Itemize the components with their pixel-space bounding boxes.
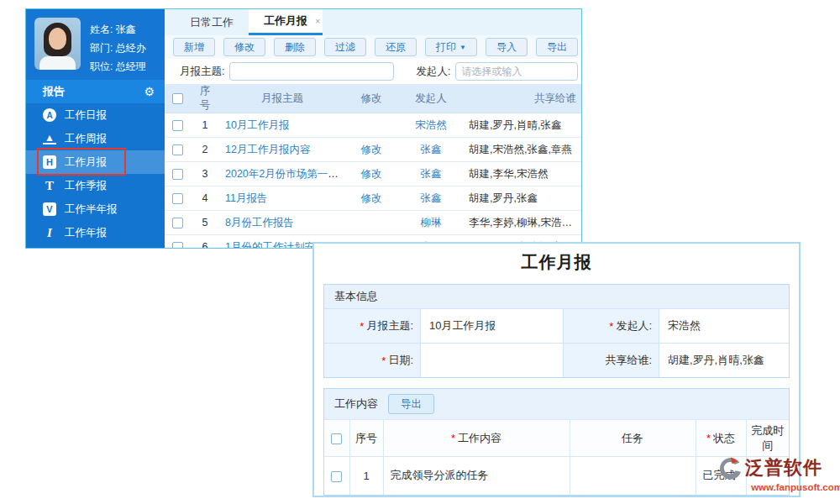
sidebar-header: 报告 ⚙ xyxy=(26,80,165,103)
edit-link[interactable]: 修改 xyxy=(361,192,382,204)
work-content-header-row: 序号*工作内容任务*状态完成时间 xyxy=(324,420,789,457)
删除-button[interactable]: 删除 xyxy=(274,38,316,56)
sidebar-item-label: 工作周报 xyxy=(65,132,107,146)
field-value: 宋浩然 xyxy=(659,308,789,343)
row-checkbox[interactable] xyxy=(172,169,183,180)
table-row: 411月报告修改张鑫胡建,罗丹,张鑫 xyxy=(165,186,581,211)
sidebar-item-partial[interactable] xyxy=(26,244,165,248)
content-row-checkbox[interactable] xyxy=(331,471,342,482)
field-label-text: 日期: xyxy=(388,353,413,368)
tab-工作月报[interactable]: 工作月报× xyxy=(249,9,323,35)
sidebar-item-label: 工作年报 xyxy=(65,226,107,240)
topic-link[interactable]: 10月工作月报 xyxy=(225,119,289,131)
gear-icon[interactable]: ⚙ xyxy=(144,85,155,98)
content-col-header-完成时间: 完成时间 xyxy=(746,420,789,457)
edit-cell xyxy=(344,211,398,235)
col-header-序号: 序号 xyxy=(190,84,220,113)
content-col-header-序号: 序号 xyxy=(349,420,383,457)
shared-cell: 李华,李婷,柳琳,宋浩然,张鑫 xyxy=(464,211,581,235)
monthly-report-icon: H xyxy=(43,155,56,169)
shared-cell: 胡建,李华,宋浩然 xyxy=(464,162,581,186)
initiator-filter-label: 发起人: xyxy=(416,65,450,79)
topic-link[interactable]: 11月报告 xyxy=(225,192,267,204)
修改-button[interactable]: 修改 xyxy=(223,38,265,56)
field-label: *发起人: xyxy=(563,308,659,343)
topic-cell: 10月工作月报 xyxy=(220,113,344,138)
initiator-cell: 张鑫 xyxy=(398,162,464,186)
sidebar-header-label: 报告 xyxy=(43,84,65,99)
edit-cell: 修改 xyxy=(344,162,398,186)
basic-info-grid: *月报主题:10月工作月报*发起人:宋浩然*日期:共享给谁:胡建,罗丹,肖晴,张… xyxy=(324,308,789,377)
initiator-link[interactable]: 张鑫 xyxy=(421,144,442,155)
topic-cell: 2020年2月份市场第一步财务... xyxy=(220,162,344,186)
导出-button[interactable]: 导出 xyxy=(536,38,578,56)
打印-button[interactable]: 打印▼ xyxy=(425,38,477,56)
table-row: 212月工作月报内容修改张鑫胡建,宋浩然,张鑫,章燕 xyxy=(165,138,581,162)
content-row-select-cell xyxy=(324,457,349,495)
daily-report-icon: A xyxy=(43,108,56,122)
export-button[interactable]: 导出 xyxy=(388,394,434,414)
table-row: 110月工作月报宋浩然胡建,罗丹,肖晴,张鑫 xyxy=(165,113,581,138)
sidebar-item-工作月报[interactable]: H工作月报 xyxy=(26,150,165,174)
row-checkbox[interactable] xyxy=(172,193,183,204)
row-number: 5 xyxy=(190,211,220,235)
row-checkbox[interactable] xyxy=(172,144,183,155)
initiator-link[interactable]: 柳琳 xyxy=(421,217,442,228)
新增-button[interactable]: 新增 xyxy=(173,38,215,56)
field-value: 10月工作月报 xyxy=(420,308,563,343)
row-checkbox[interactable] xyxy=(172,242,183,249)
content-select-all-header xyxy=(324,420,349,457)
user-info-panel: 姓名: 张鑫 部门: 总经办 职位: 总经理 xyxy=(26,9,165,80)
select-all-checkbox[interactable] xyxy=(172,93,183,104)
sidebar-item-工作年报[interactable]: I工作年报 xyxy=(26,221,165,244)
field-label-text: 共享给谁: xyxy=(605,353,652,368)
user-avatar xyxy=(34,18,81,70)
col-header-修改: 修改 xyxy=(344,84,398,113)
fanpu-logo-icon xyxy=(717,454,745,481)
row-checkbox[interactable] xyxy=(172,218,183,228)
row-checkbox[interactable] xyxy=(172,120,183,131)
field-value xyxy=(420,343,563,377)
initiator-filter-input[interactable] xyxy=(455,62,578,81)
sidebar-item-工作季报[interactable]: T工作季报 xyxy=(26,174,165,197)
select-all-header xyxy=(165,84,190,113)
topic-link[interactable]: 12月工作月报内容 xyxy=(225,144,310,155)
close-icon[interactable]: × xyxy=(315,10,320,34)
col-header-月报主题: 月报主题 xyxy=(220,84,344,113)
sidebar-item-工作半年报[interactable]: V工作半年报 xyxy=(26,197,165,221)
edit-link[interactable]: 修改 xyxy=(361,144,382,155)
col-header-发起人: 发起人 xyxy=(398,84,464,113)
basic-info-section: 基本信息 *月报主题:10月工作月报*发起人:宋浩然*日期:共享给谁:胡建,罗丹… xyxy=(323,284,790,378)
topic-filter-input[interactable] xyxy=(229,62,394,81)
tab-日常工作[interactable]: 日常工作 xyxy=(175,9,249,35)
field-label: *月报主题: xyxy=(324,308,420,343)
initiator-link[interactable]: 张鑫 xyxy=(421,168,442,180)
还原-button[interactable]: 还原 xyxy=(375,38,417,56)
过滤-button[interactable]: 过滤 xyxy=(324,38,366,56)
initiator-link[interactable]: 宋浩然 xyxy=(415,119,447,131)
导入-button[interactable]: 导入 xyxy=(486,38,528,56)
shared-cell: 胡建,宋浩然,张鑫,章燕 xyxy=(464,138,581,162)
report-table-header-row: 序号月报主题修改发起人共享给谁 xyxy=(165,84,581,113)
row-select-cell xyxy=(165,235,190,249)
row-number: 6 xyxy=(190,235,220,249)
sidebar-item-工作周报[interactable]: ▲工作周报 xyxy=(26,127,165,150)
filter-row: 月报主题: 发起人: xyxy=(165,59,581,84)
edit-cell: 修改 xyxy=(344,138,398,162)
edit-link[interactable]: 修改 xyxy=(361,168,382,180)
table-row: 58月份工作报告柳琳李华,李婷,柳琳,宋浩然,张鑫 xyxy=(165,211,581,235)
row-select-cell xyxy=(165,138,190,162)
topic-link[interactable]: 8月份工作报告 xyxy=(225,217,294,228)
topic-link[interactable]: 1月份的工作计划安排 xyxy=(225,241,325,249)
sidebar-item-label: 工作日报 xyxy=(65,108,107,123)
sidebar: 姓名: 张鑫 部门: 总经办 职位: 总经理 报告 ⚙ A工作日报▲工作周报H工… xyxy=(26,9,165,248)
topic-link[interactable]: 2020年2月份市场第一步财务... xyxy=(225,168,344,180)
content-col-header-text: 任务 xyxy=(622,432,643,444)
field-label-text: 月报主题: xyxy=(366,318,413,333)
content-select-all-checkbox[interactable] xyxy=(331,433,342,444)
avatar-face xyxy=(49,28,66,50)
task-cell xyxy=(570,457,696,495)
field-label-text: 发起人: xyxy=(616,318,652,333)
sidebar-item-工作日报[interactable]: A工作日报 xyxy=(26,103,165,127)
initiator-link[interactable]: 张鑫 xyxy=(421,192,442,204)
